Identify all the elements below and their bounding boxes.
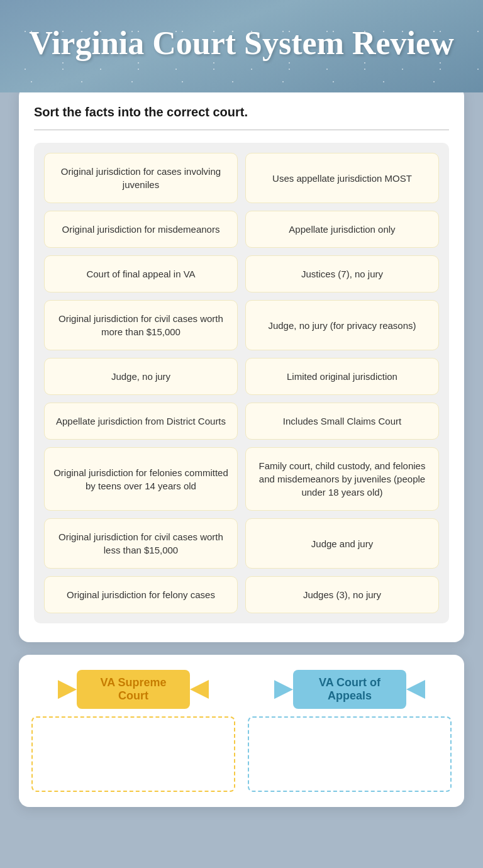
va-supreme-court-column: VA Supreme Court xyxy=(31,670,235,792)
fact-card[interactable]: Includes Small Claims Court xyxy=(245,403,439,440)
va-appeals-court-dropzone[interactable] xyxy=(248,716,452,792)
va-appeals-court-banner: VA Court of Appeals xyxy=(248,670,452,709)
va-supreme-court-banner: VA Supreme Court xyxy=(31,670,235,709)
fact-card[interactable]: Family court, child custody, and felonie… xyxy=(245,447,439,511)
page-title: Virginia Court System Review xyxy=(19,25,464,61)
fact-card[interactable]: Original jurisdiction for felonies commi… xyxy=(44,447,238,511)
instruction-text: Sort the facts into the correct court. xyxy=(34,105,449,120)
fact-card[interactable]: Appellate jurisdiction from District Cou… xyxy=(44,403,238,440)
fact-card[interactable]: Limited original jurisdiction xyxy=(245,358,439,395)
fact-card[interactable]: Judge, no jury (for privacy reasons) xyxy=(245,300,439,350)
fact-card[interactable]: Original jurisdiction for cases involvin… xyxy=(44,153,238,203)
fact-card[interactable]: Original jurisdiction for civil cases wo… xyxy=(44,300,238,350)
va-appeals-court-label: VA Court of Appeals xyxy=(293,670,406,709)
fact-card[interactable]: Court of final appeal in VA xyxy=(44,255,238,292)
fact-card[interactable]: Original jurisdiction for misdemeanors xyxy=(44,211,238,248)
main-card: Sort the facts into the correct court. O… xyxy=(19,86,464,642)
fact-card[interactable]: Judge, no jury xyxy=(44,358,238,395)
fact-card[interactable]: Original jurisdiction for civil cases wo… xyxy=(44,518,238,569)
va-supreme-court-dropzone[interactable] xyxy=(31,716,235,792)
fact-card[interactable]: Uses appellate jurisdiction MOST xyxy=(245,153,439,203)
va-appeals-court-column: VA Court of Appeals xyxy=(248,670,452,792)
fact-card[interactable]: Judges (3), no jury xyxy=(245,576,439,613)
divider xyxy=(34,130,449,130)
fact-card[interactable]: Justices (7), no jury xyxy=(245,255,439,292)
fact-card[interactable]: Original jurisdiction for felony cases xyxy=(44,576,238,613)
cards-grid: Original jurisdiction for cases involvin… xyxy=(34,143,449,623)
va-supreme-court-label: VA Supreme Court xyxy=(77,670,190,709)
courts-section: VA Supreme Court VA Court of Appeals xyxy=(19,655,464,807)
page-header: Virginia Court System Review xyxy=(0,0,483,92)
courts-grid: VA Supreme Court VA Court of Appeals xyxy=(31,670,452,792)
fact-card[interactable]: Appellate jurisdiction only xyxy=(245,211,439,248)
fact-card[interactable]: Judge and jury xyxy=(245,518,439,569)
